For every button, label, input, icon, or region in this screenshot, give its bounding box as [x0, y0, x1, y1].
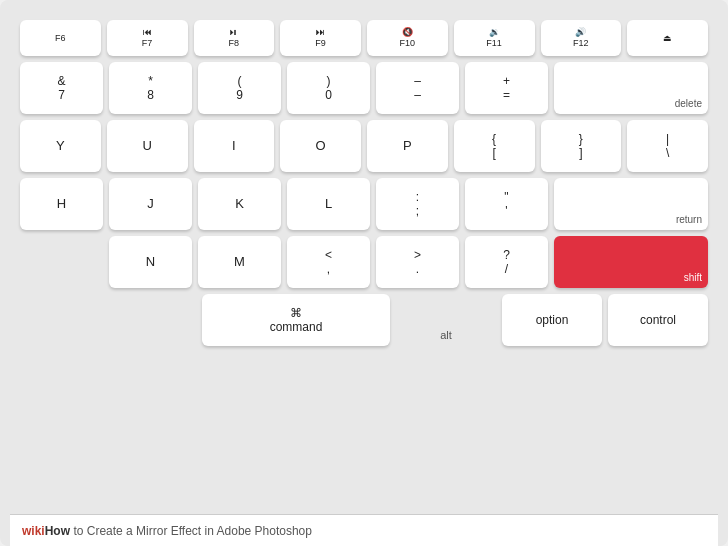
key-lbracket[interactable]: { [: [454, 120, 535, 172]
key-8[interactable]: * 8: [109, 62, 192, 114]
key-f8[interactable]: ⏯ F8: [194, 20, 275, 56]
gap-space-left: [20, 294, 196, 346]
main-container: F6 ⏮ F7 ⏯ F8 ⏭ F9 🔇 F10 🔉 F11: [0, 0, 728, 546]
key-comma[interactable]: < ,: [287, 236, 370, 288]
footer-text: to Create a Mirror Effect in Adobe Photo…: [73, 524, 312, 538]
key-0[interactable]: ) 0: [287, 62, 370, 114]
footer-wiki: wikiHow to Create a Mirror Effect in Ado…: [22, 524, 312, 538]
key-h[interactable]: H: [20, 178, 103, 230]
nm-row: N M < , > . ? / shift: [20, 236, 708, 288]
fn-row: F6 ⏮ F7 ⏯ F8 ⏭ F9 🔇 F10 🔉 F11: [20, 20, 708, 56]
key-quote[interactable]: " ': [465, 178, 548, 230]
key-f11[interactable]: 🔉 F11: [454, 20, 535, 56]
key-y[interactable]: Y: [20, 120, 101, 172]
key-p[interactable]: P: [367, 120, 448, 172]
key-rbracket[interactable]: } ]: [541, 120, 622, 172]
num-row: & 7 * 8 ( 9 ) 0 – – + =: [20, 62, 708, 114]
hjkl-row: H J K L : ; " ' return: [20, 178, 708, 230]
key-gap-left: [20, 236, 103, 288]
key-k[interactable]: K: [198, 178, 281, 230]
key-period[interactable]: > .: [376, 236, 459, 288]
key-command[interactable]: ⌘ command: [202, 294, 390, 346]
key-control[interactable]: control: [608, 294, 708, 346]
key-option[interactable]: option: [502, 294, 602, 346]
key-n[interactable]: N: [109, 236, 192, 288]
key-f9[interactable]: ⏭ F9: [280, 20, 361, 56]
key-u[interactable]: U: [107, 120, 188, 172]
key-eject[interactable]: ⏏: [627, 20, 708, 56]
keyboard: F6 ⏮ F7 ⏯ F8 ⏭ F9 🔇 F10 🔉 F11: [10, 10, 718, 514]
key-f12[interactable]: 🔊 F12: [541, 20, 622, 56]
key-alt-label: alt: [396, 294, 496, 346]
key-slash[interactable]: ? /: [465, 236, 548, 288]
key-semicolon[interactable]: : ;: [376, 178, 459, 230]
footer: wikiHow to Create a Mirror Effect in Ado…: [10, 514, 718, 546]
key-equals[interactable]: + =: [465, 62, 548, 114]
key-9[interactable]: ( 9: [198, 62, 281, 114]
yuiop-row: Y U I O P { [ } ] | \: [20, 120, 708, 172]
key-l[interactable]: L: [287, 178, 370, 230]
key-delete[interactable]: delete: [554, 62, 708, 114]
key-j[interactable]: J: [109, 178, 192, 230]
key-7[interactable]: & 7: [20, 62, 103, 114]
key-f10[interactable]: 🔇 F10: [367, 20, 448, 56]
key-f6[interactable]: F6: [20, 20, 101, 56]
key-i[interactable]: I: [194, 120, 275, 172]
key-o[interactable]: O: [280, 120, 361, 172]
key-m[interactable]: M: [198, 236, 281, 288]
key-return[interactable]: return: [554, 178, 708, 230]
space-row: ⌘ command alt option control: [20, 294, 708, 346]
key-minus[interactable]: – –: [376, 62, 459, 114]
key-shift-right[interactable]: shift: [554, 236, 708, 288]
key-backslash[interactable]: | \: [627, 120, 708, 172]
key-f7[interactable]: ⏮ F7: [107, 20, 188, 56]
